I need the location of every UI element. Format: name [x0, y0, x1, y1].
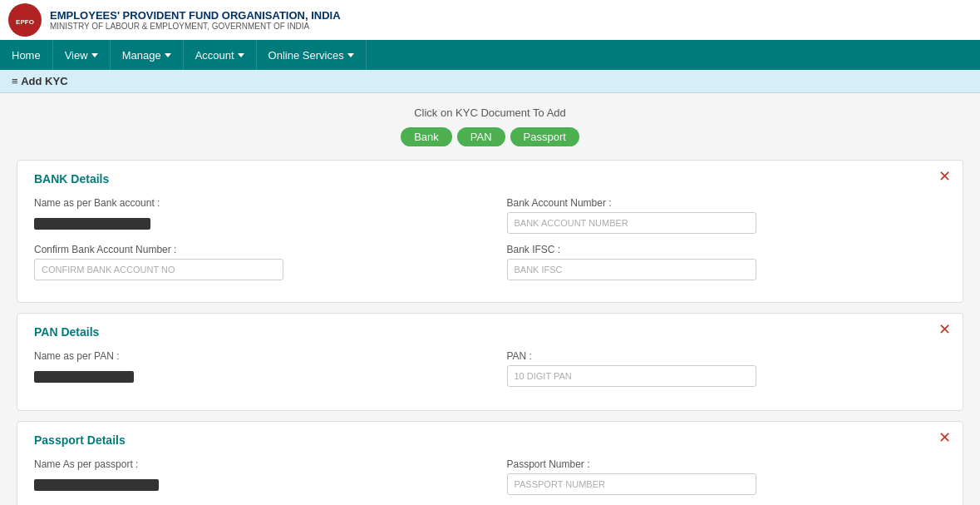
- nav-manage[interactable]: Manage: [111, 40, 184, 70]
- passport-details-section: Passport Details ✕ Name As per passport …: [17, 421, 963, 505]
- nav-account[interactable]: Account: [184, 40, 257, 70]
- nav-view[interactable]: View: [53, 40, 111, 70]
- bank-account-number-group: Bank Account Number :: [507, 197, 947, 235]
- bank-ifsc-group: Bank IFSC :: [507, 244, 947, 280]
- pan-name-masked: [34, 365, 200, 389]
- pan-name-bar: [34, 371, 134, 383]
- header: EPFO EMPLOYEES' PROVIDENT FUND ORGANISAT…: [0, 0, 980, 40]
- bank-section-close[interactable]: ✕: [938, 169, 951, 184]
- pan-number-input[interactable]: [507, 365, 756, 387]
- pan-number-label: PAN :: [507, 350, 947, 362]
- nav-manage-label: Manage: [122, 49, 161, 62]
- pan-section-close[interactable]: ✕: [938, 322, 951, 337]
- bank-account-number-input[interactable]: [507, 212, 756, 234]
- pan-details-section: PAN Details ✕ Name as per PAN : PAN :: [17, 313, 963, 411]
- nav-account-caret: [238, 53, 244, 57]
- bank-name-masked: [34, 212, 200, 235]
- passport-name-group: Name As per passport :: [34, 458, 474, 497]
- passport-number-group: Passport Number :: [507, 458, 947, 497]
- bank-ifsc-label: Bank IFSC :: [507, 244, 947, 255]
- passport-name-masked: [34, 473, 200, 497]
- nav-home-label: Home: [12, 49, 41, 62]
- passport-number-label: Passport Number :: [507, 458, 947, 470]
- bank-ifsc-input[interactable]: [507, 259, 756, 280]
- kyc-passport-button[interactable]: Passport: [510, 127, 579, 146]
- svg-text:EPFO: EPFO: [16, 18, 34, 26]
- kyc-buttons: Bank PAN Passport: [17, 127, 963, 146]
- nav-view-caret: [91, 53, 98, 57]
- ministry-name: MINISTRY OF LABOUR & EMPLOYMENT, GOVERNM…: [50, 22, 341, 31]
- bank-account-number-label: Bank Account Number :: [507, 197, 947, 209]
- bank-details-section: BANK Details ✕ Name as per Bank account …: [17, 160, 963, 303]
- nav-online-services[interactable]: Online Services: [257, 40, 367, 70]
- bank-section-title: BANK Details: [34, 172, 946, 186]
- nav-view-label: View: [65, 49, 88, 62]
- passport-name-label: Name As per passport :: [34, 458, 474, 470]
- passport-section-title: Passport Details: [34, 433, 946, 447]
- navbar: Home View Manage Account Online Services: [0, 40, 980, 70]
- bank-name-label: Name as per Bank account :: [34, 197, 474, 209]
- pan-section-title: PAN Details: [34, 325, 946, 339]
- passport-name-bar: [34, 479, 159, 491]
- bank-form-row-1: Name as per Bank account : Bank Account …: [34, 197, 946, 235]
- pan-number-group: PAN :: [507, 350, 947, 389]
- confirm-account-label: Confirm Bank Account Number :: [34, 244, 474, 255]
- nav-manage-caret: [165, 53, 171, 57]
- passport-form-row-1: Name As per passport : Passport Number :: [34, 458, 946, 497]
- confirm-account-input[interactable]: [34, 259, 283, 280]
- bank-form-row-2: Confirm Bank Account Number : Bank IFSC …: [34, 244, 946, 280]
- header-title-block: EMPLOYEES' PROVIDENT FUND ORGANISATION, …: [50, 9, 341, 31]
- breadcrumb: ≡ Add KYC: [0, 70, 980, 93]
- org-logo: EPFO: [8, 3, 42, 37]
- confirm-account-group: Confirm Bank Account Number :: [34, 244, 474, 280]
- pan-name-label: Name as per PAN :: [34, 350, 474, 362]
- bank-name-bar: [34, 218, 150, 230]
- nav-online-services-label: Online Services: [268, 49, 344, 62]
- nav-home[interactable]: Home: [0, 40, 53, 70]
- passport-section-close[interactable]: ✕: [938, 430, 951, 445]
- pan-name-group: Name as per PAN :: [34, 350, 474, 389]
- nav-online-services-caret: [347, 53, 354, 57]
- main-content: Click on KYC Document To Add Bank PAN Pa…: [0, 93, 980, 505]
- kyc-pan-button[interactable]: PAN: [457, 127, 505, 146]
- kyc-instruction: Click on KYC Document To Add: [17, 106, 963, 119]
- breadcrumb-icon: ≡: [12, 75, 21, 87]
- bank-name-group: Name as per Bank account :: [34, 197, 474, 235]
- org-name: EMPLOYEES' PROVIDENT FUND ORGANISATION, …: [50, 9, 341, 22]
- page-title: Add KYC: [21, 75, 67, 87]
- pan-form-row: Name as per PAN : PAN :: [34, 350, 946, 389]
- passport-number-input[interactable]: [507, 473, 756, 495]
- nav-account-label: Account: [195, 49, 234, 62]
- kyc-bank-button[interactable]: Bank: [401, 127, 452, 146]
